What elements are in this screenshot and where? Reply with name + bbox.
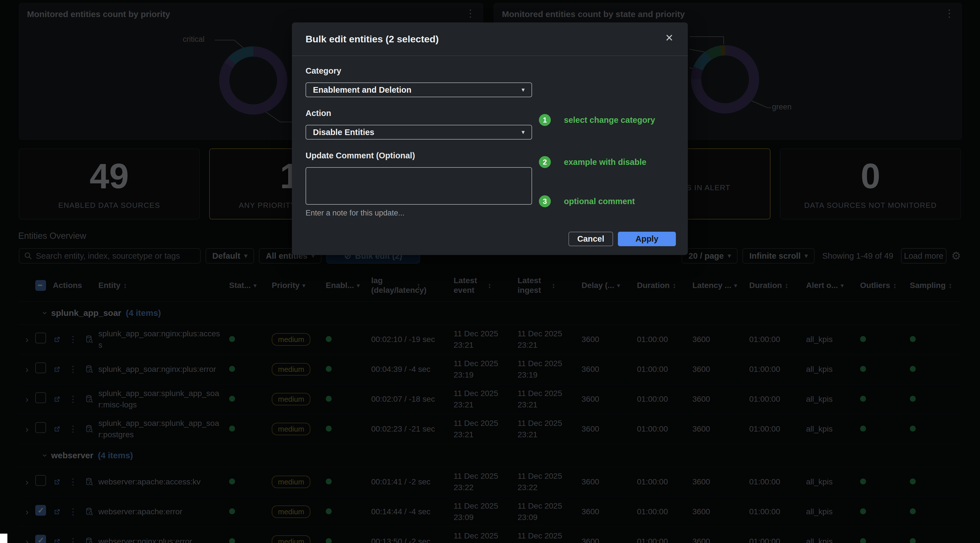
annotation-step-3: 3 optional comment <box>539 195 635 207</box>
screen-corner-artifact <box>0 533 7 543</box>
apply-button[interactable]: Apply <box>618 232 676 246</box>
step-2-badge: 2 <box>539 156 551 168</box>
comment-helper-text: Enter a note for this update... <box>305 209 674 218</box>
action-dropdown[interactable]: Disable Entities ▾ <box>305 125 532 140</box>
modal-body: Category Enablement and Deletion ▾ Actio… <box>292 56 688 218</box>
category-dropdown[interactable]: Enablement and Deletion ▾ <box>305 83 532 97</box>
category-label: Category <box>305 66 674 76</box>
app-screen: Monitored entities count by priority ⋮ c… <box>0 0 980 543</box>
annotation-step-1: 1 select change category <box>539 114 655 126</box>
close-icon[interactable]: × <box>665 31 673 44</box>
comment-textarea[interactable] <box>305 167 532 205</box>
step-3-text: optional comment <box>564 197 635 206</box>
modal-header: Bulk edit entities (2 selected) × <box>292 22 688 56</box>
chevron-down-icon: ▾ <box>522 86 525 94</box>
cancel-button[interactable]: Cancel <box>568 232 613 246</box>
step-1-text: select change category <box>564 115 655 125</box>
modal-title: Bulk edit entities (2 selected) <box>305 33 439 45</box>
bulk-edit-modal: Bulk edit entities (2 selected) × Catego… <box>292 22 688 255</box>
step-3-badge: 3 <box>539 195 551 207</box>
modal-footer: Cancel Apply <box>568 232 676 246</box>
chevron-down-icon: ▾ <box>522 129 525 136</box>
annotation-step-2: 2 example with disable <box>539 156 646 168</box>
step-1-badge: 1 <box>539 114 551 126</box>
step-2-text: example with disable <box>564 158 646 167</box>
